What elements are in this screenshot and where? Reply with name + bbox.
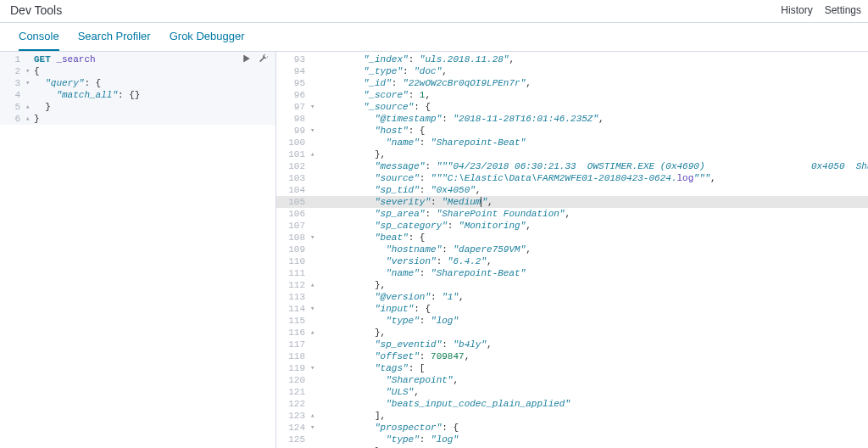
code-content[interactable]: }, <box>319 279 868 291</box>
fold-toggle[interactable]: ▴ <box>310 148 319 160</box>
code-content[interactable]: "host": { <box>319 125 868 137</box>
code-line[interactable]: 121 "ULS", <box>276 386 868 398</box>
tab-grok-debugger[interactable]: Grok Debugger <box>170 30 245 51</box>
code-content[interactable]: "prospector": { <box>319 422 868 434</box>
code-line[interactable]: 123▴ ], <box>276 410 868 422</box>
code-line[interactable]: 113 "@version": "1", <box>276 291 868 303</box>
code-line[interactable]: 115 "type": "log" <box>276 315 868 327</box>
code-line[interactable]: 124▾ "prospector": { <box>276 422 868 434</box>
history-link[interactable]: History <box>781 4 812 16</box>
code-line[interactable]: 116▴ }, <box>276 327 868 339</box>
code-line[interactable]: 125 "type": "log" <box>276 434 868 445</box>
wrench-icon[interactable] <box>259 53 269 66</box>
code-line[interactable]: 3▾ "query": { <box>0 77 275 89</box>
code-content[interactable]: "@version": "1", <box>319 291 868 303</box>
code-line[interactable]: 99▾ "host": { <box>276 125 868 137</box>
code-content[interactable]: "tags": [ <box>319 362 868 374</box>
code-line[interactable]: 120 "Sharepoint", <box>276 374 868 386</box>
code-line[interactable]: 104 "sp_tid": "0x4050", <box>276 184 868 196</box>
code-line[interactable]: 119▾ "tags": [ <box>276 362 868 374</box>
fold-toggle[interactable]: ▴ <box>310 410 319 422</box>
code-line[interactable]: 107 "sp_category": "Monitoring", <box>276 220 868 232</box>
code-line[interactable]: 118 "offset": 709847, <box>276 350 868 362</box>
code-content[interactable]: "ULS", <box>319 386 868 398</box>
code-content[interactable]: "@timestamp": "2018-11-28T16:01:46.235Z"… <box>319 113 868 125</box>
code-content[interactable]: GET _search <box>34 53 275 65</box>
code-line[interactable]: 109 "hostname": "dapere759VM", <box>276 244 868 255</box>
code-content[interactable]: } <box>34 101 275 113</box>
code-line[interactable]: 94 "_type": "doc", <box>276 65 868 77</box>
code-content[interactable]: "name": "Sharepoint-Beat" <box>319 137 868 148</box>
fold-toggle[interactable]: ▾ <box>25 65 34 77</box>
code-line[interactable]: 98 "@timestamp": "2018-11-28T16:01:46.23… <box>276 113 868 125</box>
code-line[interactable]: 4 "match_all": {} <box>0 89 275 101</box>
code-content[interactable]: "sp_area": "SharePoint Foundation", <box>319 208 868 220</box>
code-content[interactable]: "sp_tid": "0x4050", <box>319 184 868 196</box>
code-line[interactable]: 106 "sp_area": "SharePoint Foundation", <box>276 208 868 220</box>
code-content[interactable]: "beat": { <box>319 232 868 244</box>
code-content[interactable]: "hostname": "dapere759VM", <box>319 244 868 255</box>
fold-toggle[interactable]: ▾ <box>310 422 319 434</box>
code-line[interactable]: 122 "beats_input_codec_plain_applied" <box>276 398 868 410</box>
code-line[interactable]: 108▾ "beat": { <box>276 232 868 244</box>
code-content[interactable]: "_id": "22wOW2cBr0qOI9LPEn7r", <box>319 77 868 89</box>
code-content[interactable]: "query": { <box>34 77 275 89</box>
code-line[interactable]: 100 "name": "Sharepoint-Beat" <box>276 137 868 148</box>
code-line[interactable]: 93 "_index": "uls.2018.11.28", <box>276 53 868 65</box>
code-content[interactable]: "type": "log" <box>319 315 868 327</box>
code-line[interactable]: 110 "version": "6.4.2", <box>276 255 868 267</box>
code-line[interactable]: 2▾{ <box>0 65 275 77</box>
fold-toggle[interactable]: ▴ <box>310 327 319 339</box>
code-content[interactable]: "source": """C:\Elastic\Data\FARM2WFE01-… <box>319 172 868 184</box>
tab-console[interactable]: Console <box>19 30 59 51</box>
request-editor[interactable]: 1GET _search2▾{3▾ "query": {4 "match_all… <box>0 52 275 125</box>
code-content[interactable]: }, <box>319 148 868 160</box>
fold-toggle[interactable]: ▴ <box>25 101 34 113</box>
code-content[interactable]: "type": "log" <box>319 434 868 445</box>
code-line[interactable]: 111 "name": "Sharepoint-Beat" <box>276 267 868 279</box>
code-line[interactable]: 5▴ } <box>0 101 275 113</box>
run-icon[interactable] <box>242 53 252 66</box>
fold-toggle[interactable]: ▾ <box>310 101 319 113</box>
code-content[interactable]: "input": { <box>319 303 868 315</box>
code-line[interactable]: 103 "source": """C:\Elastic\Data\FARM2WF… <box>276 172 868 184</box>
fold-toggle[interactable]: ▾ <box>25 77 34 89</box>
code-line[interactable]: 112▴ }, <box>276 279 868 291</box>
code-content[interactable]: "version": "6.4.2", <box>319 255 868 267</box>
code-line[interactable]: 105 "severity": "Medium", <box>276 196 868 208</box>
code-line[interactable]: 117 "sp_eventid": "b4ly", <box>276 339 868 350</box>
code-content[interactable]: "sp_eventid": "b4ly", <box>319 339 868 350</box>
code-content[interactable]: "severity": "Medium", <box>319 196 868 208</box>
fold-toggle[interactable]: ▴ <box>310 279 319 291</box>
fold-toggle[interactable]: ▾ <box>310 125 319 137</box>
code-content[interactable]: "_score": 1, <box>319 89 868 101</box>
code-line[interactable]: 1GET _search <box>0 53 275 65</box>
fold-toggle[interactable]: ▴ <box>25 113 34 125</box>
code-line[interactable]: 97▾ "_source": { <box>276 101 868 113</box>
code-content[interactable]: "offset": 709847, <box>319 350 868 362</box>
code-content[interactable]: "match_all": {} <box>34 89 275 101</box>
code-content[interactable]: "name": "Sharepoint-Beat" <box>319 267 868 279</box>
code-line[interactable]: 95 "_id": "22wOW2cBr0qOI9LPEn7r", <box>276 77 868 89</box>
fold-toggle[interactable]: ▾ <box>310 362 319 374</box>
code-content[interactable]: "Sharepoint", <box>319 374 868 386</box>
code-line[interactable]: 102 "message": """04/23/2018 06:30:21.33… <box>276 160 868 172</box>
response-editor[interactable]: 93 "_index": "uls.2018.11.28",94 "_type"… <box>276 52 868 448</box>
fold-toggle[interactable]: ▾ <box>310 303 319 315</box>
code-content[interactable]: { <box>34 65 275 77</box>
code-content[interactable]: "_source": { <box>319 101 868 113</box>
fold-toggle[interactable]: ▾ <box>310 232 319 244</box>
settings-link[interactable]: Settings <box>825 4 861 16</box>
code-content[interactable]: "_index": "uls.2018.11.28", <box>319 53 868 65</box>
code-content[interactable]: ], <box>319 410 868 422</box>
code-content[interactable]: "sp_category": "Monitoring", <box>319 220 868 232</box>
code-line[interactable]: 101▴ }, <box>276 148 868 160</box>
tab-search-profiler[interactable]: Search Profiler <box>78 30 151 51</box>
code-line[interactable]: 114▾ "input": { <box>276 303 868 315</box>
code-content[interactable]: "_type": "doc", <box>319 65 868 77</box>
code-line[interactable]: 6▴} <box>0 113 275 125</box>
code-content[interactable]: "message": """04/23/2018 06:30:21.33 OWS… <box>319 160 868 172</box>
code-content[interactable]: }, <box>319 327 868 339</box>
code-content[interactable]: "beats_input_codec_plain_applied" <box>319 398 868 410</box>
code-content[interactable]: } <box>34 113 275 125</box>
